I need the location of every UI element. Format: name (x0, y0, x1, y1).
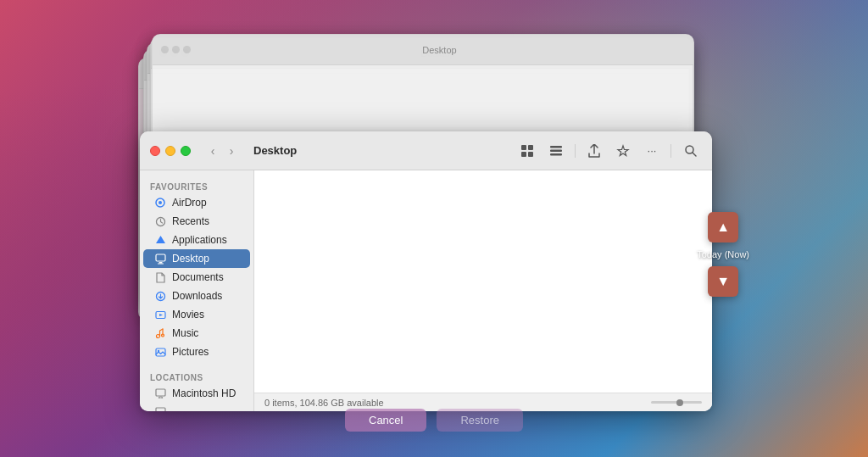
toolbar-divider-2 (670, 144, 671, 158)
svg-point-18 (157, 334, 160, 337)
locations-section-label: Locations (140, 368, 253, 384)
sidebar-movies-label: Movies (172, 309, 204, 320)
sidebar-item-desktop[interactable]: Desktop (143, 249, 250, 268)
music-icon (153, 326, 167, 340)
sidebar-item-applications[interactable]: Applications (143, 231, 250, 249)
zoom-slider[interactable] (651, 401, 702, 404)
status-text: 0 items, 104.86 GB available (264, 398, 384, 408)
tag-button[interactable] (611, 141, 635, 161)
sidebar-item-extra[interactable] (143, 403, 250, 411)
sidebar-music-label: Music (172, 327, 198, 339)
downloads-icon (153, 289, 167, 303)
sidebar-item-recents[interactable]: Recents (143, 212, 250, 231)
share-button[interactable] (582, 141, 606, 161)
airdrop-icon (153, 196, 167, 209)
svg-marker-17 (159, 314, 163, 316)
sidebar-downloads-label: Downloads (172, 290, 222, 302)
widget-down-button[interactable]: ▼ (708, 266, 738, 297)
back-button[interactable]: ‹ (204, 142, 221, 159)
svg-rect-0 (521, 145, 526, 150)
svg-line-8 (693, 153, 696, 156)
toolbar: ‹ › Desktop (140, 131, 712, 170)
cancel-button[interactable]: Cancel (345, 409, 426, 432)
toolbar-divider (575, 144, 576, 158)
svg-point-10 (159, 201, 162, 204)
macintosh-hd-icon (153, 387, 167, 400)
sidebar-item-documents[interactable]: Documents (143, 268, 250, 287)
sidebar-item-downloads[interactable]: Downloads (143, 287, 250, 305)
svg-rect-14 (158, 263, 164, 264)
svg-rect-24 (156, 408, 165, 411)
pictures-icon (153, 345, 167, 359)
sidebar-item-movies[interactable]: Movies (143, 305, 250, 324)
nav-arrows: ‹ › (204, 142, 240, 159)
svg-rect-20 (156, 348, 165, 356)
status-right (651, 401, 702, 404)
toolbar-actions: ··· (515, 141, 702, 161)
file-area (254, 170, 712, 393)
minimize-button[interactable] (165, 146, 175, 156)
maximize-button[interactable] (181, 146, 191, 156)
main-panel: 0 items, 104.86 GB available (254, 170, 712, 411)
sidebar-item-macintosh-hd[interactable]: Macintosh HD (143, 384, 250, 403)
search-button[interactable] (678, 141, 702, 161)
movies-icon (153, 308, 167, 321)
svg-rect-12 (156, 254, 165, 261)
window-title: Desktop (253, 144, 297, 157)
sidebar-desktop-label: Desktop (172, 253, 209, 265)
applications-icon (153, 233, 167, 247)
favourites-section-label: Favourites (140, 177, 253, 193)
svg-rect-22 (156, 389, 165, 396)
sidebar: Favourites AirDrop Recents (140, 170, 254, 411)
sidebar-pictures-label: Pictures (172, 346, 209, 358)
sidebar-item-airdrop[interactable]: AirDrop (143, 193, 250, 212)
svg-point-23 (159, 397, 163, 398)
sidebar-item-pictures[interactable]: Pictures (143, 343, 250, 361)
finder-window: ‹ › Desktop (140, 131, 712, 411)
content-area: Favourites AirDrop Recents (140, 170, 712, 411)
documents-icon (153, 270, 167, 284)
desktop-icon (153, 252, 167, 265)
sidebar-applications-label: Applications (172, 234, 227, 246)
svg-rect-3 (528, 152, 533, 157)
traffic-lights (150, 146, 191, 156)
widget-label: Today (Now) (697, 249, 749, 259)
svg-rect-2 (521, 152, 526, 157)
svg-rect-4 (550, 146, 562, 148)
side-widget: ▲ Today (Now) ▼ (697, 212, 749, 297)
svg-rect-1 (528, 145, 533, 150)
forward-button[interactable]: › (223, 142, 240, 159)
svg-rect-13 (159, 262, 162, 264)
icon-view-button[interactable] (515, 141, 539, 161)
sidebar-documents-label: Documents (172, 271, 224, 283)
extra-drive-icon (153, 405, 167, 411)
svg-rect-6 (550, 153, 562, 156)
list-view-button[interactable] (544, 141, 568, 161)
svg-rect-5 (550, 149, 562, 152)
widget-up-button[interactable]: ▲ (708, 212, 738, 242)
restore-button[interactable]: Restore (437, 409, 523, 432)
sidebar-airdrop-label: AirDrop (172, 197, 207, 209)
sidebar-macintosh-hd-label: Macintosh HD (172, 387, 236, 399)
close-button[interactable] (150, 146, 160, 156)
zoom-thumb (676, 399, 683, 406)
bottom-buttons: Cancel Restore (345, 409, 523, 432)
sidebar-item-music[interactable]: Music (143, 324, 250, 343)
recents-icon (153, 215, 167, 228)
more-button[interactable]: ··· (640, 141, 664, 161)
sidebar-recents-label: Recents (172, 215, 209, 227)
